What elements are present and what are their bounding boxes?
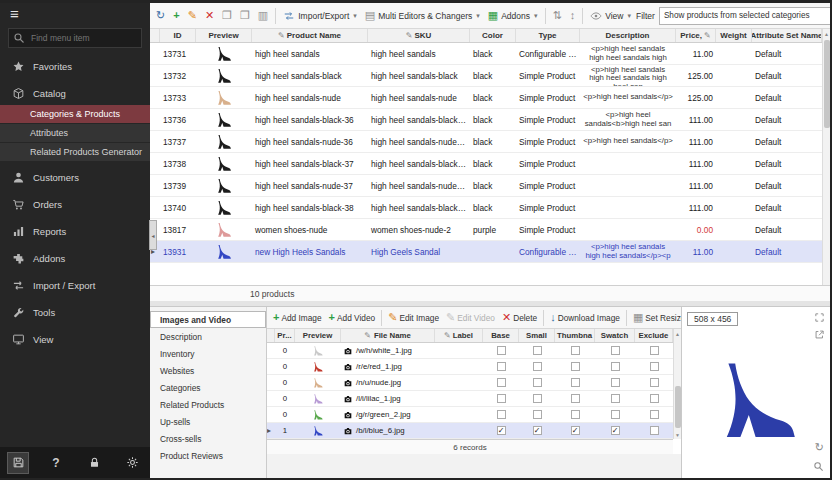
tab-images-and-video[interactable]: Images and Video (150, 311, 266, 328)
sidebar-item-tools[interactable]: Tools (0, 302, 150, 323)
exclude-checkbox[interactable] (650, 394, 659, 403)
product-row[interactable]: 13732 high heel sandals-black high heel … (150, 65, 822, 87)
collapse-handle[interactable]: ◂ (149, 220, 157, 250)
thumbnail-checkbox[interactable] (571, 410, 580, 419)
header-preview[interactable]: Preview (295, 329, 341, 342)
base-checkbox[interactable] (497, 346, 506, 355)
zoom-button[interactable] (813, 461, 824, 472)
thumbnail-checkbox[interactable] (571, 346, 580, 355)
fullscreen-button[interactable] (814, 312, 825, 323)
exclude-checkbox[interactable] (650, 426, 659, 435)
add-product-button[interactable]: + (170, 8, 182, 23)
header-swatch[interactable]: Swatch (595, 329, 635, 342)
edit-product-button[interactable]: ✎ (185, 8, 200, 23)
base-checkbox[interactable] (497, 426, 506, 435)
header-product-name[interactable]: ✎Product Name (252, 29, 368, 42)
image-row[interactable]: 0 /r/e/red_1.jpg (267, 359, 673, 375)
base-checkbox[interactable] (497, 378, 506, 387)
image-row[interactable]: 0 /w/h/white_1.jpg (267, 343, 673, 359)
tab-up-sells[interactable]: Up-sells (150, 413, 266, 430)
tab-description[interactable]: Description (150, 328, 266, 345)
header-exclude[interactable]: Exclude (635, 329, 673, 342)
refresh-button[interactable]: ↻ (153, 8, 168, 23)
view-button[interactable]: View ▾ (587, 8, 634, 24)
scroll-down-icon[interactable]: ▼ (674, 430, 681, 439)
header-weight[interactable]: Weight (716, 29, 752, 42)
header-preview[interactable]: Preview (196, 29, 252, 42)
header-thumbnail[interactable]: Thumbna (555, 329, 595, 342)
header-type[interactable]: Type (516, 29, 580, 42)
tab-cross-sells[interactable]: Cross-sells (150, 430, 266, 447)
menu-icon[interactable]: ≡ (10, 5, 19, 22)
image-row[interactable]: 0 /g/r/green_2.jpg (267, 407, 673, 423)
product-row[interactable]: 13736 high heel sandals-black-36 high he… (150, 109, 822, 131)
help-button[interactable]: ? (45, 452, 67, 474)
base-checkbox[interactable] (497, 410, 506, 419)
edit-image-button[interactable]: ✎Edit Image (385, 311, 442, 324)
thumbnail-checkbox[interactable] (571, 362, 580, 371)
header-id[interactable]: ID (160, 29, 196, 42)
sidebar-item-orders[interactable]: Orders (0, 194, 150, 215)
save-button[interactable] (7, 452, 29, 474)
product-row[interactable]: 13739 high heel sandals-nude-37 high hee… (150, 175, 822, 197)
image-row[interactable]: 0 /l/i/lilac_1.jpg (267, 391, 673, 407)
images-scrollbar[interactable]: ▲ ▼ (673, 329, 681, 439)
exclude-checkbox[interactable] (650, 410, 659, 419)
sidebar-item-catalog[interactable]: Catalog (0, 83, 150, 104)
sidebar-item-reports[interactable]: Reports (0, 221, 150, 242)
base-checkbox[interactable] (497, 394, 506, 403)
exclude-checkbox[interactable] (650, 346, 659, 355)
product-row-selected[interactable]: ▸ 13931 new High Heels Sandals High Geel… (150, 241, 822, 263)
products-scrollbar[interactable]: ▲ ▼ (822, 29, 830, 301)
swatch-checkbox[interactable] (611, 346, 620, 355)
sidebar-item-attributes[interactable]: Attributes (0, 124, 150, 142)
swatch-checkbox[interactable] (611, 426, 620, 435)
sidebar-item-customers[interactable]: Customers (0, 167, 150, 188)
image-row[interactable]: 0 /n/u/nude.jpg (267, 375, 673, 391)
header-label[interactable]: ✎Label (435, 329, 483, 342)
image-row-selected[interactable]: ▸ 1 /b/l/blue_6.jpg (267, 423, 673, 439)
lock-button[interactable] (83, 452, 105, 474)
small-checkbox[interactable] (533, 410, 542, 419)
sidebar-item-addons[interactable]: Addons (0, 248, 150, 269)
delete-product-button[interactable]: ✕ (202, 8, 217, 23)
edit-video-button[interactable]: ✎Edit Video (443, 311, 498, 324)
sort-button[interactable]: ⇅ (550, 8, 565, 23)
swatch-checkbox[interactable] (611, 410, 620, 419)
header-attribute-set[interactable]: Attribute Set Name (752, 29, 822, 42)
tab-websites[interactable]: Websites (150, 362, 266, 379)
multi-editors-button[interactable]: ▤ Multi Editors & Changers ▾ (362, 8, 483, 23)
add-video-button[interactable]: +Add Video (326, 311, 379, 324)
header-small[interactable]: Small (519, 329, 555, 342)
sidebar-item-related-products-generator[interactable]: Related Products Generator (0, 143, 150, 161)
import-export-button[interactable]: Import/Export ▾ (280, 8, 360, 24)
copy-button[interactable]: ❐ (219, 8, 235, 23)
small-checkbox[interactable] (533, 362, 542, 371)
base-checkbox[interactable] (497, 362, 506, 371)
rotate-button[interactable]: ↻ (815, 441, 824, 454)
settings-button[interactable] (121, 452, 143, 474)
exclude-checkbox[interactable] (650, 362, 659, 371)
thumbnail-checkbox[interactable] (571, 378, 580, 387)
product-row[interactable]: 13738 high heel sandals-black-37 high he… (150, 153, 822, 175)
swatch-checkbox[interactable] (611, 378, 620, 387)
delete-image-button[interactable]: ✕Delete (499, 311, 540, 324)
scroll-up-icon[interactable]: ▲ (674, 329, 681, 338)
sidebar-item-view[interactable]: View (0, 329, 150, 350)
sidebar-item-categories-products[interactable]: Categories & Products (0, 105, 150, 123)
open-external-button[interactable] (814, 329, 825, 340)
thumbnail-checkbox[interactable] (571, 394, 580, 403)
header-description[interactable]: Description (580, 29, 676, 42)
header-sku[interactable]: ✎SKU (368, 29, 470, 42)
add-image-button[interactable]: +Add Image (270, 311, 325, 324)
header-base[interactable]: Base (483, 329, 519, 342)
row-height-button[interactable]: ↕ (567, 8, 579, 23)
thumbnail-checkbox[interactable] (571, 426, 580, 435)
header-color[interactable]: Color (470, 29, 516, 42)
addons-button[interactable]: ▦ Addons ▾ (485, 8, 541, 23)
search-input[interactable] (8, 28, 142, 48)
small-checkbox[interactable] (533, 378, 542, 387)
header-price[interactable]: Price,✎ (676, 29, 716, 42)
tab-related-products[interactable]: Related Products (150, 396, 266, 413)
scroll-up-icon[interactable]: ▲ (823, 29, 830, 38)
